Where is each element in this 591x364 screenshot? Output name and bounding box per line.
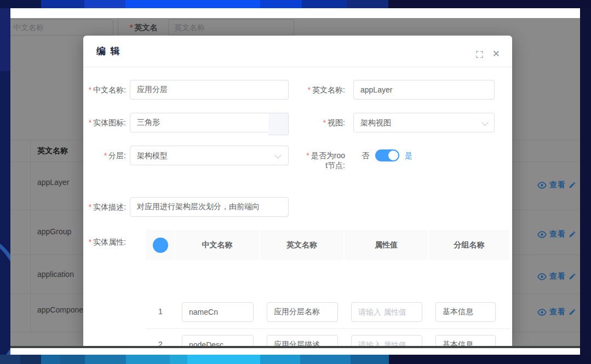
wallpaper-left-border bbox=[0, 8, 10, 355]
required-asterisk: * bbox=[89, 85, 91, 94]
view-select-value: 架构视图 bbox=[360, 118, 391, 127]
wallpaper-right-border bbox=[580, 8, 591, 355]
attr-en-input[interactable] bbox=[267, 335, 338, 346]
view-label: *视图: bbox=[297, 118, 345, 128]
attr-cn-input[interactable] bbox=[182, 335, 254, 346]
name-en-label: *英文名称: bbox=[297, 85, 345, 95]
entity-desc-label: *实体描述: bbox=[83, 202, 126, 212]
view-select[interactable]: 架构视图 bbox=[353, 113, 495, 132]
app-window: *英文名 英文名称 appLayer appGroup application … bbox=[10, 8, 580, 355]
attr-cn-input[interactable] bbox=[182, 302, 254, 322]
is-root-label: *是否为roo t节点: bbox=[297, 151, 345, 170]
attr-group-input[interactable] bbox=[435, 335, 496, 346]
attr-row-index: 2 bbox=[146, 340, 175, 346]
add-attribute-button[interactable] bbox=[153, 238, 168, 253]
chevron-down-icon bbox=[481, 119, 489, 126]
required-asterisk: * bbox=[306, 151, 309, 160]
required-asterisk: * bbox=[89, 203, 91, 211]
layer-select[interactable]: 架构模型 bbox=[130, 146, 289, 165]
required-asterisk: * bbox=[308, 85, 311, 94]
entity-desc-input[interactable] bbox=[130, 197, 289, 217]
attr-header-value: 属性值 bbox=[345, 230, 429, 260]
window-bottom-strip bbox=[10, 348, 580, 355]
layer-select-value: 架构模型 bbox=[137, 151, 168, 160]
attr-value-input[interactable] bbox=[351, 335, 422, 346]
entity-attrs-label: *实体属性: bbox=[83, 237, 126, 247]
required-asterisk: * bbox=[323, 118, 326, 127]
attr-row-border bbox=[146, 328, 510, 329]
chevron-down-icon bbox=[274, 152, 282, 159]
entity-icon-label: *实体图标: bbox=[83, 118, 126, 128]
required-asterisk: * bbox=[89, 118, 91, 127]
attr-header-name-en: 英文名称 bbox=[260, 230, 345, 260]
entity-icon-input[interactable] bbox=[130, 113, 269, 132]
wallpaper-bottom-strip bbox=[0, 355, 591, 364]
attr-header-name-cn: 中文名称 bbox=[175, 230, 260, 260]
required-asterisk: * bbox=[89, 238, 91, 246]
attr-group-input[interactable] bbox=[435, 302, 496, 322]
icon-picker-button[interactable] bbox=[268, 113, 289, 135]
toggle-knob bbox=[388, 151, 398, 160]
required-asterisk: * bbox=[104, 151, 107, 160]
dialog-title: 编 辑 bbox=[96, 45, 121, 57]
attr-value-input[interactable] bbox=[351, 302, 422, 322]
name-en-input[interactable] bbox=[353, 80, 495, 100]
root-toggle[interactable] bbox=[375, 149, 399, 161]
layer-label: *分层: bbox=[83, 151, 126, 160]
toggle-on-label: 是 bbox=[405, 151, 412, 161]
attr-row-index: 1 bbox=[146, 307, 175, 316]
wallpaper-top-strip bbox=[0, 0, 591, 8]
toggle-off-label: 否 bbox=[362, 151, 369, 161]
attr-header-group: 分组名称 bbox=[429, 230, 510, 260]
edit-dialog: 编 辑 ✕ *中文名称: *英文名称: *实体图标: *视图: 架构视图 bbox=[83, 36, 512, 346]
close-icon[interactable]: ✕ bbox=[492, 50, 500, 58]
dialog-header-divider bbox=[83, 67, 512, 67]
fullscreen-icon[interactable] bbox=[475, 50, 484, 61]
name-cn-input[interactable] bbox=[130, 80, 289, 100]
name-cn-label: *中文名称: bbox=[83, 85, 126, 95]
attr-en-input[interactable] bbox=[267, 302, 338, 322]
